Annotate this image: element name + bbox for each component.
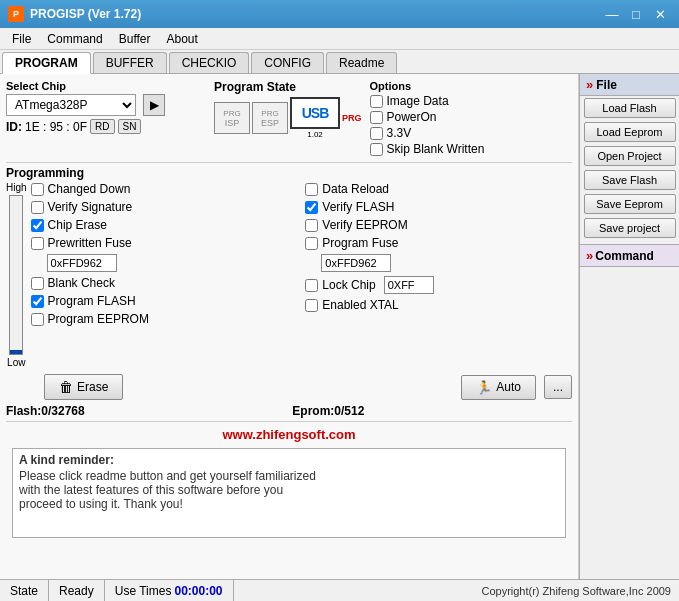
menu-buffer[interactable]: Buffer xyxy=(111,28,159,49)
cb-blank-check[interactable]: Blank Check xyxy=(31,276,298,290)
erase-label: Erase xyxy=(77,380,108,394)
cb-chip-erase[interactable]: Chip Erase xyxy=(31,218,298,232)
power-on-label: PowerOn xyxy=(387,110,437,124)
options-label: Options xyxy=(370,80,485,92)
program-fuse-input[interactable] xyxy=(321,254,391,272)
skip-blank-checkbox[interactable] xyxy=(370,143,383,156)
verify-flash-cb[interactable] xyxy=(305,201,318,214)
chip-erase-cb[interactable] xyxy=(31,219,44,232)
website-banner: www.zhifengsoft.com xyxy=(6,425,572,444)
tab-program[interactable]: PROGRAM xyxy=(2,52,91,74)
minimize-button[interactable]: — xyxy=(601,3,623,25)
command-header-label: Command xyxy=(595,249,654,263)
cb-changed-down[interactable]: Changed Down xyxy=(31,182,298,196)
cb-data-reload[interactable]: Data Reload xyxy=(305,182,572,196)
enabled-xtal-cb[interactable] xyxy=(305,299,318,312)
progress-fill xyxy=(10,350,22,354)
close-button[interactable]: ✕ xyxy=(649,3,671,25)
open-project-button[interactable]: Open Project xyxy=(584,146,676,166)
info-panel: A kind reminder: Please click readme but… xyxy=(12,448,566,538)
cb-verify-sig[interactable]: Verify Signature xyxy=(31,200,298,214)
use-times-label: Use Times xyxy=(115,584,172,598)
erase-button[interactable]: 🗑 Erase xyxy=(44,374,123,400)
cb-verify-eeprom[interactable]: Verify EEPROM xyxy=(305,218,572,232)
rd-button[interactable]: RD xyxy=(90,119,114,134)
flash-eprom-row: Flash:0/32768 Eprom:0/512 xyxy=(6,404,572,418)
prgtext: PRG xyxy=(223,109,240,118)
top-section: Select Chip ATmega328P ▶ ID: 1E : 95 : 0… xyxy=(6,78,572,158)
checkboxes-area: Changed Down Verify Signature Chip Erase… xyxy=(31,182,572,326)
copyright-text: Copyright(r) Zhifeng Software,Inc 2009 xyxy=(234,585,679,597)
options-section: Options Image Data PowerOn 3.3V Skip Bla… xyxy=(370,80,485,156)
action-row: 🗑 Erase 🏃 Auto ... xyxy=(6,374,572,400)
sn-button[interactable]: SN xyxy=(118,119,142,134)
maximize-button[interactable]: □ xyxy=(625,3,647,25)
menu-file[interactable]: File xyxy=(4,28,39,49)
save-project-button[interactable]: Save project xyxy=(584,218,676,238)
eprom-info: Eprom:0/512 xyxy=(85,404,572,418)
cb-prewritten-fuse[interactable]: Prewritten Fuse xyxy=(31,236,298,250)
usb-box: USB xyxy=(290,97,340,129)
info-text: Please click readme button and get yours… xyxy=(19,469,559,511)
save-eeprom-button[interactable]: Save Eeprom xyxy=(584,194,676,214)
program-state-icons: PRG ISP PRG ESP USB 1.02 PRG xyxy=(214,97,362,139)
status-use-times-seg: Use Times 00:00:00 xyxy=(105,580,234,601)
program-eeprom-cb[interactable] xyxy=(31,313,44,326)
low-label: Low xyxy=(7,357,25,368)
chevron-right-icon2: » xyxy=(586,248,593,263)
flash-info: Flash:0/32768 xyxy=(6,404,85,418)
lock-chip-input[interactable] xyxy=(384,276,434,294)
load-flash-button[interactable]: Load Flash xyxy=(584,98,676,118)
data-reload-cb[interactable] xyxy=(305,183,318,196)
load-eeprom-button[interactable]: Load Eeprom xyxy=(584,122,676,142)
option-v33[interactable]: 3.3V xyxy=(370,126,485,140)
blank-check-cb[interactable] xyxy=(31,277,44,290)
prewritten-fuse-cb[interactable] xyxy=(31,237,44,250)
left-checkbox-col: Changed Down Verify Signature Chip Erase… xyxy=(31,182,298,326)
menu-command[interactable]: Command xyxy=(39,28,110,49)
program-flash-cb[interactable] xyxy=(31,295,44,308)
option-power-on[interactable]: PowerOn xyxy=(370,110,485,124)
auto-button[interactable]: 🏃 Auto xyxy=(461,375,536,400)
state-label: State xyxy=(10,584,38,598)
v33-checkbox[interactable] xyxy=(370,127,383,140)
esp-box: PRG ESP xyxy=(252,102,288,134)
verify-eeprom-cb[interactable] xyxy=(305,219,318,232)
prg-state: PRG xyxy=(342,113,362,123)
save-flash-button[interactable]: Save Flash xyxy=(584,170,676,190)
power-on-checkbox[interactable] xyxy=(370,111,383,124)
auto-icon: 🏃 xyxy=(476,380,492,395)
option-image-data[interactable]: Image Data xyxy=(370,94,485,108)
program-fuse-cb[interactable] xyxy=(305,237,318,250)
dots-button[interactable]: ... xyxy=(544,375,572,399)
lock-chip-cb[interactable] xyxy=(305,279,318,292)
ready-label: Ready xyxy=(59,584,94,598)
divider1 xyxy=(6,162,572,163)
cb-program-fuse[interactable]: Program Fuse xyxy=(305,236,572,250)
prewritten-fuse-input[interactable] xyxy=(47,254,117,272)
tab-config[interactable]: CONFIG xyxy=(251,52,324,73)
verify-sig-cb[interactable] xyxy=(31,201,44,214)
select-chip-section: Select Chip ATmega328P ▶ ID: 1E : 95 : 0… xyxy=(6,80,206,138)
high-label: High xyxy=(6,182,27,193)
programming-label: Programming xyxy=(6,166,572,180)
tab-checkio[interactable]: CHECKIO xyxy=(169,52,250,73)
cb-program-flash[interactable]: Program FLASH xyxy=(31,294,298,308)
cb-verify-flash[interactable]: Verify FLASH xyxy=(305,200,572,214)
skip-blank-label: Skip Blank Written xyxy=(387,142,485,156)
image-data-checkbox[interactable] xyxy=(370,95,383,108)
select-chip-label: Select Chip xyxy=(6,80,206,92)
changed-down-cb[interactable] xyxy=(31,183,44,196)
v33-label: 3.3V xyxy=(387,126,412,140)
cb-program-eeprom[interactable]: Program EEPROM xyxy=(31,312,298,326)
tab-readme[interactable]: Readme xyxy=(326,52,397,73)
right-panel: » File Load Flash Load Eeprom Open Proje… xyxy=(579,74,679,579)
cb-lock-chip[interactable]: Lock Chip xyxy=(305,276,572,294)
chip-select[interactable]: ATmega328P xyxy=(6,94,136,116)
option-skip-blank[interactable]: Skip Blank Written xyxy=(370,142,485,156)
cb-enabled-xtal[interactable]: Enabled XTAL xyxy=(305,298,572,312)
program-state-section: Program State PRG ISP PRG ESP USB 1. xyxy=(214,80,362,139)
tab-buffer[interactable]: BUFFER xyxy=(93,52,167,73)
menu-about[interactable]: About xyxy=(159,28,206,49)
chip-arrow-button[interactable]: ▶ xyxy=(143,94,165,116)
